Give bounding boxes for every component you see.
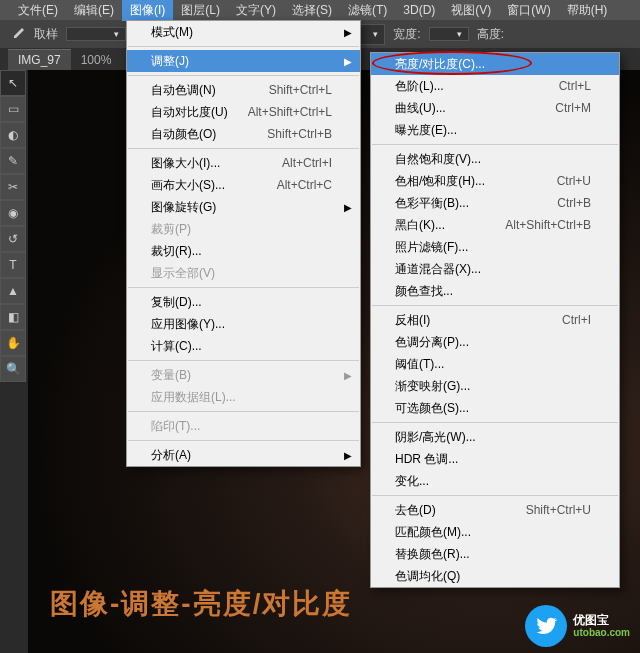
menu-item[interactable]: 颜色查找... xyxy=(371,280,619,302)
menu-item-label: 色阶(L)... xyxy=(395,78,539,95)
menu-item-label: 陷印(T)... xyxy=(151,418,332,435)
menu-item[interactable]: 色阶(L)...Ctrl+L xyxy=(371,75,619,97)
menu-item-label: 黑白(K)... xyxy=(395,217,485,234)
menu-item[interactable]: 阴影/高光(W)... xyxy=(371,426,619,448)
menu-3D[interactable]: 3D(D) xyxy=(395,1,443,19)
menu-item-label: 替换颜色(R)... xyxy=(395,546,591,563)
menu-视图[interactable]: 视图(V) xyxy=(443,0,499,21)
watermark: 优图宝 utobao.com xyxy=(525,605,630,647)
menu-shortcut: Alt+Shift+Ctrl+L xyxy=(248,105,332,119)
menu-帮助[interactable]: 帮助(H) xyxy=(559,0,616,21)
submenu-arrow-icon: ▶ xyxy=(344,370,352,381)
tool-9[interactable]: ◧ xyxy=(1,305,25,329)
menu-item-label: 亮度/对比度(C)... xyxy=(395,56,591,73)
menu-item[interactable]: 匹配颜色(M)... xyxy=(371,521,619,543)
menu-item[interactable]: 曝光度(E)... xyxy=(371,119,619,141)
menu-item[interactable]: 色调均化(Q) xyxy=(371,565,619,587)
menu-item[interactable]: 反相(I)Ctrl+I xyxy=(371,309,619,331)
document-tab[interactable]: IMG_97 xyxy=(8,49,71,70)
menu-item-label: 自动色调(N) xyxy=(151,82,249,99)
menu-item-label: 曝光度(E)... xyxy=(395,122,591,139)
tool-4[interactable]: ✂ xyxy=(1,175,25,199)
menu-item-label: 显示全部(V) xyxy=(151,265,332,282)
menubar: 文件(E)编辑(E)图像(I)图层(L)文字(Y)选择(S)滤镜(T)3D(D)… xyxy=(0,0,640,20)
menu-item[interactable]: 调整(J)▶ xyxy=(127,50,360,72)
menu-item[interactable]: 亮度/对比度(C)... xyxy=(371,53,619,75)
menu-图层[interactable]: 图层(L) xyxy=(173,0,228,21)
menu-item[interactable]: 复制(D)... xyxy=(127,291,360,313)
tool-6[interactable]: ↺ xyxy=(1,227,25,251)
menu-item[interactable]: 变化... xyxy=(371,470,619,492)
menu-item[interactable]: 自动对比度(U)Alt+Shift+Ctrl+L xyxy=(127,101,360,123)
menu-item-label: 画布大小(S)... xyxy=(151,177,257,194)
menu-滤镜[interactable]: 滤镜(T) xyxy=(340,0,395,21)
menu-item-label: 图像旋转(G) xyxy=(151,199,332,216)
sample-dropdown[interactable] xyxy=(66,27,126,41)
tool-8[interactable]: ▲ xyxy=(1,279,25,303)
tool-5[interactable]: ◉ xyxy=(1,201,25,225)
menu-item[interactable]: 分析(A)▶ xyxy=(127,444,360,466)
menu-item-label: 变量(B) xyxy=(151,367,332,384)
tool-3[interactable]: ✎ xyxy=(1,149,25,173)
menu-item[interactable]: 照片滤镜(F)... xyxy=(371,236,619,258)
menu-item-label: 自然饱和度(V)... xyxy=(395,151,591,168)
menu-item[interactable]: 曲线(U)...Ctrl+M xyxy=(371,97,619,119)
menu-item-label: 裁切(R)... xyxy=(151,243,332,260)
menu-shortcut: Shift+Ctrl+L xyxy=(269,83,332,97)
menu-item[interactable]: 色调分离(P)... xyxy=(371,331,619,353)
menu-item-label: 通道混合器(X)... xyxy=(395,261,591,278)
menu-item[interactable]: 模式(M)▶ xyxy=(127,21,360,43)
menu-item[interactable]: 图像旋转(G)▶ xyxy=(127,196,360,218)
menu-item-label: 照片滤镜(F)... xyxy=(395,239,591,256)
menu-shortcut: Ctrl+M xyxy=(555,101,591,115)
menu-item[interactable]: 可选颜色(S)... xyxy=(371,397,619,419)
tool-1[interactable]: ▭ xyxy=(1,97,25,121)
menu-shortcut: Ctrl+B xyxy=(557,196,591,210)
menu-item[interactable]: 自动色调(N)Shift+Ctrl+L xyxy=(127,79,360,101)
tool-2[interactable]: ◐ xyxy=(1,123,25,147)
twitter-icon xyxy=(525,605,567,647)
annotation-caption: 图像-调整-亮度/对比度 xyxy=(50,585,352,623)
menu-item[interactable]: 阈值(T)... xyxy=(371,353,619,375)
menu-item[interactable]: 图像大小(I)...Alt+Ctrl+I xyxy=(127,152,360,174)
menu-item-label: 复制(D)... xyxy=(151,294,332,311)
tool-7[interactable]: T xyxy=(1,253,25,277)
menu-shortcut: Shift+Ctrl+U xyxy=(526,503,591,517)
menu-item-label: 阈值(T)... xyxy=(395,356,591,373)
tool-11[interactable]: 🔍 xyxy=(1,357,25,381)
menu-文字[interactable]: 文字(Y) xyxy=(228,0,284,21)
menu-item[interactable]: HDR 色调... xyxy=(371,448,619,470)
menu-item[interactable]: 替换颜色(R)... xyxy=(371,543,619,565)
menu-选择[interactable]: 选择(S) xyxy=(284,0,340,21)
submenu-arrow-icon: ▶ xyxy=(344,27,352,38)
menu-item-label: 自动对比度(U) xyxy=(151,104,228,121)
menu-item[interactable]: 色彩平衡(B)...Ctrl+B xyxy=(371,192,619,214)
menu-图像[interactable]: 图像(I) xyxy=(122,0,173,21)
menu-item-label: 分析(A) xyxy=(151,447,332,464)
menu-item[interactable]: 通道混合器(X)... xyxy=(371,258,619,280)
menu-item: 变量(B)▶ xyxy=(127,364,360,386)
menu-item[interactable]: 去色(D)Shift+Ctrl+U xyxy=(371,499,619,521)
tool-0[interactable]: ↖ xyxy=(1,71,25,95)
menu-item[interactable]: 计算(C)... xyxy=(127,335,360,357)
menu-编辑[interactable]: 编辑(E) xyxy=(66,0,122,21)
menu-item[interactable]: 应用图像(Y)... xyxy=(127,313,360,335)
menu-item-label: 去色(D) xyxy=(395,502,506,519)
menu-item[interactable]: 自动颜色(O)Shift+Ctrl+B xyxy=(127,123,360,145)
menu-shortcut: Alt+Ctrl+C xyxy=(277,178,332,192)
tool-10[interactable]: ✋ xyxy=(1,331,25,355)
width-field[interactable] xyxy=(429,27,469,41)
menu-item[interactable]: 色相/饱和度(H)...Ctrl+U xyxy=(371,170,619,192)
menu-item-label: 匹配颜色(M)... xyxy=(395,524,591,541)
menu-item[interactable]: 画布大小(S)...Alt+Ctrl+C xyxy=(127,174,360,196)
menu-文件[interactable]: 文件(E) xyxy=(10,0,66,21)
menu-窗口[interactable]: 窗口(W) xyxy=(499,0,558,21)
menu-item-label: 可选颜色(S)... xyxy=(395,400,591,417)
adjustments-submenu: 亮度/对比度(C)...色阶(L)...Ctrl+L曲线(U)...Ctrl+M… xyxy=(370,52,620,588)
menu-item[interactable]: 自然饱和度(V)... xyxy=(371,148,619,170)
menu-item[interactable]: 渐变映射(G)... xyxy=(371,375,619,397)
menu-item[interactable]: 黑白(K)...Alt+Shift+Ctrl+B xyxy=(371,214,619,236)
menu-item[interactable]: 裁切(R)... xyxy=(127,240,360,262)
menu-item-label: 应用数据组(L)... xyxy=(151,389,332,406)
submenu-arrow-icon: ▶ xyxy=(344,56,352,67)
